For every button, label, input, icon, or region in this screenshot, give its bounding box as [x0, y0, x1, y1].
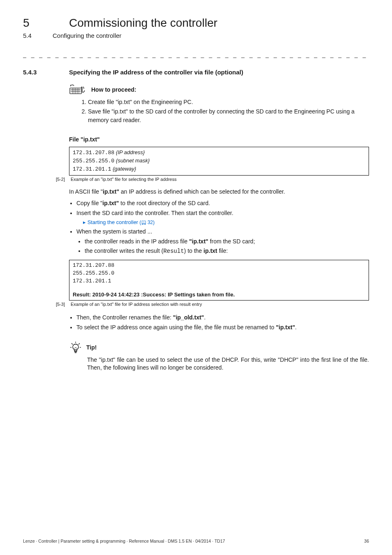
bullet-list: Copy file "ip.txt" to the root directory… — [69, 199, 369, 256]
code-box-result: 172.31.207.88 255.255.255.0 172.31.201.1… — [69, 260, 369, 301]
procedure-step: Save file "ip.txt" to the SD card of the… — [88, 107, 369, 125]
code-line: 172.31.207.88 — [73, 150, 114, 156]
page-reference: (🕮 32) — [138, 220, 154, 225]
caption-text: Example of an "ip.txt" file for IP addre… — [71, 302, 202, 307]
code-line: 255.255.255.0 — [73, 270, 365, 278]
tip-body: The "ip.txt" file can be used to select … — [87, 356, 369, 372]
list-item: Insert the SD card into the controller. … — [76, 209, 369, 227]
caption-text: Example of an "ip.txt" file for selectin… — [71, 177, 177, 182]
list-item: Then, the Controller renames the file: "… — [76, 313, 369, 322]
lightbulb-icon — [69, 341, 82, 354]
svg-point-13 — [73, 344, 78, 350]
chapter-title: Commissioning the controller — [69, 16, 217, 30]
bullet-list: Then, the Controller renames the file: "… — [69, 313, 369, 332]
code-note: {gateway} — [113, 166, 136, 172]
list-item: the controller reads in the IP address f… — [85, 237, 369, 246]
code-line: 255.255.255.0 — [73, 158, 114, 164]
paragraph: In ASCII file "ip.txt" an IP address is … — [69, 187, 369, 196]
list-item: the controller writes the result (Result… — [85, 247, 369, 256]
list-item: When the system is started ... the contr… — [76, 227, 369, 256]
code-line: 172.31.201.1 — [73, 278, 365, 285]
divider-line: _ _ _ _ _ _ _ _ _ _ _ _ _ _ _ _ _ _ _ _ … — [23, 51, 369, 58]
section-number-top: 5.4 — [23, 32, 53, 39]
svg-line-10 — [78, 343, 80, 345]
procedure-list: Create file "ip.txt" on the Engineering … — [88, 98, 369, 125]
arrow-icon: ▸ — [83, 219, 88, 225]
section-title-top: Configuring the controller — [53, 32, 122, 39]
subsection-number: 5.4.3 — [23, 69, 53, 76]
subsection-title: Specifying the IP address of the control… — [69, 69, 243, 76]
code-box-iptxt: 172.31.207.88 {IP address} 255.255.255.0… — [69, 147, 369, 176]
code-line: 172.31.207.88 — [73, 262, 365, 270]
file-block-title: File "ip.txt" — [69, 136, 369, 143]
list-item: Copy file "ip.txt" to the root directory… — [76, 199, 369, 208]
procedure-step: Create file "ip.txt" on the Engineering … — [88, 98, 369, 106]
list-item: To select the IP address once again usin… — [76, 323, 369, 332]
chapter-number: 5 — [23, 16, 53, 30]
code-note: {subnet mask} — [116, 157, 150, 164]
footer-text: Lenze · Controller | Parameter setting &… — [23, 539, 225, 543]
cross-reference-link[interactable]: Starting the controller — [88, 219, 138, 225]
code-line: 172.31.201.1 — [73, 166, 111, 172]
keyboard-hand-icon — [69, 84, 87, 95]
how-to-proceed-label: How to proceed: — [91, 86, 136, 93]
svg-line-9 — [71, 343, 73, 345]
caption-tag: [5-3] — [53, 302, 65, 307]
code-note: {IP address} — [116, 149, 145, 155]
tip-label: Tip! — [86, 344, 97, 351]
book-icon: 🕮 — [141, 220, 146, 225]
page-number: 36 — [364, 539, 369, 543]
result-line: Result: 2010-9-24 14:42:23 :Success: IP … — [73, 291, 365, 299]
caption-tag: [5-2] — [53, 177, 65, 182]
